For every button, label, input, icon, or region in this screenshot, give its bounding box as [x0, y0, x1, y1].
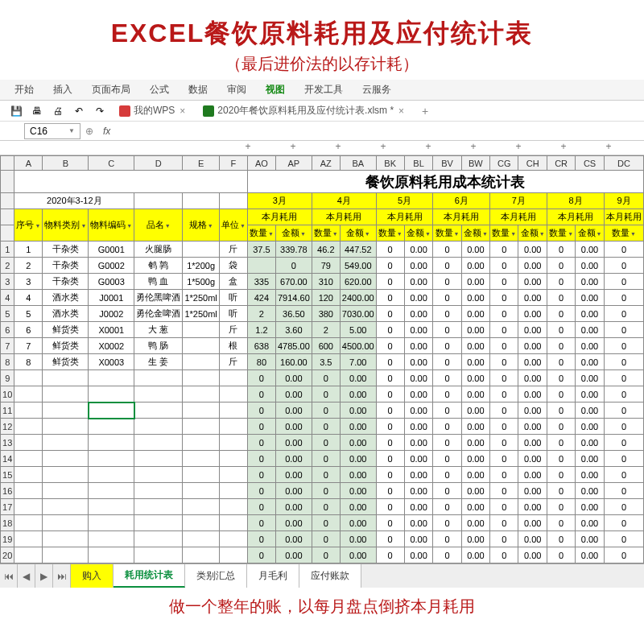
formula-bar: C16▼ ⊕ fx	[0, 122, 644, 141]
column-header-row: ABCDEFAOAPAZBABKBLBVBWCGCHCRCSDC	[1, 156, 644, 171]
sheet-tabs-bar: ⏮ ◀ ▶ ⏭ 购入 耗用统计表 类别汇总 月毛利 应付账款	[0, 564, 644, 588]
next-sheet-button[interactable]: ▶	[35, 564, 53, 588]
table-row[interactable]: 12 00.0000.00 00.0000.0000.0000.000	[1, 419, 644, 435]
ribbon-tab[interactable]: 审阅	[227, 83, 246, 97]
table-row[interactable]: 16 00.0000.00 00.0000.0000.0000.000	[1, 483, 644, 499]
expand-icon[interactable]: +	[496, 141, 541, 155]
excel-file-icon	[203, 105, 214, 117]
last-sheet-button[interactable]: ⏭	[53, 564, 71, 588]
table-row[interactable]: 33干杂类G0003鸭 血1*500g盒 335670.00310620.00 …	[1, 274, 644, 290]
table-row[interactable]: 17 00.0000.00 00.0000.0000.0000.000	[1, 499, 644, 515]
ribbon: 开始 插入 页面布局 公式 数据 审阅 视图 开发工具 云服务	[0, 80, 644, 101]
table-row[interactable]: 66鲜货类X0001大 葱斤 1.23.6025.00 00.0000.0000…	[1, 322, 644, 338]
prev-sheet-button[interactable]: ◀	[18, 564, 35, 588]
page-subtitle: （最后进价法的以存计耗）	[0, 53, 644, 75]
table-row[interactable]: 10 00.0000.00 00.0000.0000.0000.000	[1, 386, 644, 402]
expand-icon[interactable]: +	[541, 141, 586, 155]
new-tab-button[interactable]: +	[422, 105, 428, 118]
table-row[interactable]: 11 00.0000.00 00.0000.0000.0000.000	[1, 402, 644, 419]
ribbon-tab-view[interactable]: 视图	[266, 83, 285, 97]
ribbon-tab[interactable]: 开始	[14, 83, 34, 97]
sheet-title: 餐饮原料耗用成本统计表	[247, 171, 643, 193]
ribbon-tab[interactable]: 云服务	[362, 83, 391, 97]
footer-note: 做一个整年的账，以每月盘点倒挤本月耗用	[0, 596, 644, 617]
ribbon-tab[interactable]: 插入	[53, 83, 72, 97]
redo-icon[interactable]: ↷	[93, 105, 106, 118]
expand-icon[interactable]: +	[406, 141, 451, 155]
wps-logo-icon	[119, 105, 130, 117]
quick-toolbar: 💾 🖶 🖨 ↶ ↷ 我的WPS× 2020年餐饮原料耗用及应付统计表.xlsm …	[0, 101, 644, 122]
ribbon-tab[interactable]: 公式	[150, 83, 169, 97]
filter-header[interactable]: 序号	[14, 209, 43, 242]
close-icon[interactable]: ×	[180, 105, 185, 117]
expand-icon[interactable]: +	[451, 141, 496, 155]
filter-header[interactable]: 品名	[134, 209, 183, 242]
undo-icon[interactable]: ↶	[72, 105, 85, 118]
ribbon-tab[interactable]: 数据	[188, 83, 208, 97]
print-preview-icon[interactable]: 🖨	[52, 105, 64, 118]
table-row[interactable]: 44酒水类J0001勇伦黑啤酒1*250ml听 4247914.60120240…	[1, 290, 644, 306]
table-row[interactable]: 22干杂类G0002鹌 鹑1*200g袋 079549.00 00.0000.0…	[1, 258, 644, 274]
outline-row: +++++++++	[0, 141, 644, 155]
table-row[interactable]: 15 00.0000.00 00.0000.0000.0000.000	[1, 467, 644, 483]
table-row[interactable]: 18 00.0000.00 00.0000.0000.0000.000	[1, 515, 644, 531]
sheet-tab[interactable]: 类别汇总	[185, 564, 247, 588]
chevron-down-icon[interactable]: ▼	[68, 127, 75, 134]
fx-icon[interactable]: ⊕	[85, 126, 93, 137]
table-row[interactable]: 77鲜货类X0002鸭 肠根 6384785.006004500.00 00.0…	[1, 338, 644, 354]
expand-icon[interactable]: +	[316, 141, 361, 155]
table-row[interactable]: 20 00.0000.00 00.0000.0000.0000.000	[1, 547, 644, 564]
close-icon[interactable]: ×	[398, 105, 404, 117]
table-row[interactable]: 88鲜货类X0003生 姜斤 80160.003.57.00 00.0000.0…	[1, 354, 644, 370]
filter-header[interactable]: 单位	[219, 209, 247, 242]
filter-header[interactable]: 物料类别	[43, 209, 89, 242]
sheet-tab[interactable]: 应付账款	[299, 564, 361, 588]
expand-icon[interactable]: +	[270, 141, 316, 155]
table-row[interactable]: 55酒水类J0002勇伦金啤酒1*250ml听 236.503807030.00…	[1, 306, 644, 322]
table-row[interactable]: 9 00.0000.00 00.0000.0000.0000.000	[1, 370, 644, 386]
filter-header[interactable]: 物料编码	[89, 209, 134, 242]
expand-icon[interactable]: +	[361, 141, 406, 155]
save-icon[interactable]: 💾	[10, 105, 23, 118]
print-icon[interactable]: 🖶	[31, 105, 43, 118]
ribbon-tab[interactable]: 开发工具	[304, 83, 343, 97]
sheet-tab-active[interactable]: 耗用统计表	[114, 564, 185, 588]
table-row[interactable]: 13 00.0000.00 00.0000.0000.0000.000	[1, 435, 644, 451]
expand-icon[interactable]: +	[586, 141, 631, 155]
sheet-tab[interactable]: 购入	[71, 564, 114, 588]
table-row[interactable]: 19 00.0000.00 00.0000.0000.0000.000	[1, 531, 644, 547]
fx-label: fx	[103, 126, 110, 137]
date-span: 2020年3-12月	[14, 193, 134, 209]
first-sheet-button[interactable]: ⏮	[0, 564, 18, 588]
spreadsheet[interactable]: ABCDEFAOAPAZBABKBLBVBWCGCHCRCSDC 餐饮原料耗用成…	[0, 155, 644, 564]
wps-home-tab[interactable]: 我的WPS×	[114, 104, 190, 118]
expand-icon[interactable]: +	[225, 141, 270, 155]
ribbon-tab[interactable]: 页面布局	[92, 83, 130, 97]
document-tab[interactable]: 2020年餐饮原料耗用及应付统计表.xlsm *×	[198, 104, 409, 118]
sheet-tab[interactable]: 月毛利	[247, 564, 299, 588]
page-title: EXCEL餐饮原料耗用及应付统计表	[0, 16, 644, 52]
table-row[interactable]: 11干杂类G0001火腿肠斤 37.5339.7846.2447.52 00.0…	[1, 242, 644, 258]
filter-header[interactable]: 规格	[183, 209, 220, 242]
table-row[interactable]: 14 00.0000.00 00.0000.0000.0000.000	[1, 451, 644, 467]
name-box[interactable]: C16▼	[24, 123, 80, 139]
